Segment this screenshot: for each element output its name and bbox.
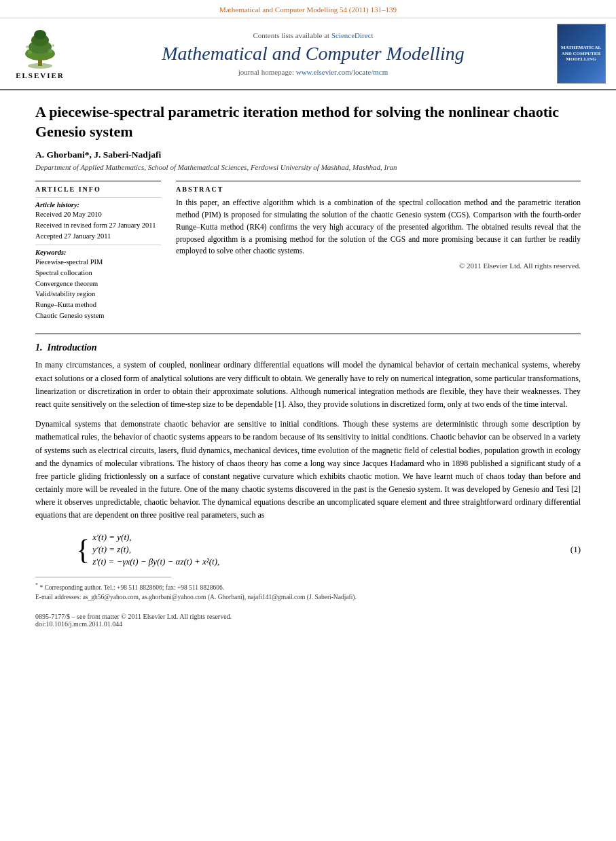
journal-main-title: Mathematical and Computer Modelling — [162, 42, 465, 65]
intro-section-number: 1. — [35, 342, 43, 353]
paper-title: A piecewise-spectral parametric iteratio… — [35, 103, 581, 141]
keyword-item: Chaotic Genesio system — [35, 311, 161, 321]
section-divider — [35, 334, 581, 334]
abstract-heading: ABSTRACT — [176, 185, 581, 193]
footnote-divider — [35, 577, 171, 577]
keywords-section: Keywords: Piecewise-spectral PIMSpectral… — [35, 245, 161, 321]
keyword-item: Spectral collocation — [35, 268, 161, 279]
svg-point-1 — [28, 63, 52, 69]
revised-date: Received in revised form 27 January 2011 — [35, 221, 161, 231]
eq-line-2: y′(t) = z(t), — [92, 544, 219, 555]
svg-point-7 — [48, 49, 52, 53]
journal-citation-link[interactable]: Mathematical and Computer Modelling 54 (… — [219, 5, 397, 14]
footnote-star-text: * * Corresponding author. Tel.: +98 511 … — [35, 581, 581, 592]
footer-license: 0895-7177/$ – see front matter © 2011 El… — [35, 613, 581, 620]
intro-heading: 1. Introduction — [35, 342, 581, 353]
article-history-section: Article history: Received 20 May 2010 Re… — [35, 197, 161, 241]
article-info-heading: ARTICLE INFO — [35, 185, 161, 193]
abstract-column: ABSTRACT In this paper, an effective alg… — [176, 181, 581, 324]
footnote-email-text: E-mail addresses: as_gh56@yahoo.com, as.… — [35, 592, 581, 602]
received-date: Received 20 May 2010 — [35, 210, 161, 220]
eq-line-1: x′(t) = y(t), — [92, 532, 219, 543]
abstract-text: In this paper, an effective algorithm wh… — [176, 197, 581, 257]
equation-1-block: { x′(t) = y(t), y′(t) = z(t), z′(t) = −γ… — [76, 532, 581, 567]
journal-title-block: Contents lists available at ScienceDirec… — [80, 24, 546, 84]
footnote-corresponding-author: * Corresponding author. Tel.: +98 511 88… — [39, 584, 224, 591]
intro-paragraph-2: Dynamical systems that demonstrate chaot… — [35, 418, 581, 522]
elsevier-wordmark: ELSEVIER — [16, 71, 65, 79]
keyword-item: Valid/stability region — [35, 289, 161, 300]
authors: A. Ghorbani*, J. Saberi-Nadjafi — [35, 149, 581, 160]
equation-lines: x′(t) = y(t), y′(t) = z(t), z′(t) = −γx(… — [92, 532, 219, 567]
cover-box: MATHEMATICALAND COMPUTERMODELLING — [557, 24, 606, 84]
journal-top-bar: Mathematical and Computer Modelling 54 (… — [0, 0, 616, 18]
article-info-abstract-section: ARTICLE INFO Article history: Received 2… — [35, 181, 581, 324]
svg-point-8 — [26, 46, 29, 48]
journal-cover-image: MATHEMATICALAND COMPUTERMODELLING — [556, 24, 606, 84]
keyword-item: Piecewise-spectral PIM — [35, 257, 161, 268]
elsevier-tree-icon — [16, 28, 64, 70]
footer-doi: doi:10.1016/j.mcm.2011.01.044 — [35, 620, 581, 628]
intro-paragraph-1: In many circumstances, a system of coupl… — [35, 359, 581, 411]
svg-point-6 — [28, 50, 32, 54]
eq-line-3: z′(t) = −γx(t) − βy(t) − αz(t) + x²(t), — [92, 556, 219, 567]
accepted-date: Accepted 27 January 2011 — [35, 232, 161, 242]
footnote-star-symbol: * — [35, 582, 38, 588]
left-brace-icon: { — [76, 535, 90, 564]
footer-section: 0895-7177/$ – see front matter © 2011 El… — [35, 613, 581, 628]
affiliation: Department of Applied Mathematics, Schoo… — [35, 163, 581, 171]
copyright-notice: © 2011 Elsevier Ltd. All rights reserved… — [176, 262, 581, 270]
article-history-label: Article history: — [35, 201, 161, 209]
keyword-item: Runge–Kutta method — [35, 300, 161, 310]
equation-1-system: { x′(t) = y(t), y′(t) = z(t), z′(t) = −γ… — [76, 532, 219, 567]
elsevier-header: ELSEVIER Contents lists available at Sci… — [0, 18, 616, 90]
equation-number-1: (1) — [570, 544, 581, 555]
elsevier-logo: ELSEVIER — [10, 24, 71, 84]
cover-box-title: MATHEMATICALAND COMPUTERMODELLING — [561, 45, 601, 62]
contents-available-line: Contents lists available at ScienceDirec… — [253, 31, 373, 39]
svg-point-9 — [52, 44, 54, 47]
keywords-list: Piecewise-spectral PIMSpectral collocati… — [35, 257, 161, 321]
svg-point-5 — [34, 30, 46, 39]
keyword-item: Convergence theorem — [35, 279, 161, 289]
intro-section-title: Introduction — [48, 342, 97, 353]
journal-homepage-line: journal homepage: www.elsevier.com/locat… — [238, 68, 388, 76]
keywords-label: Keywords: — [35, 249, 161, 256]
paper-body: A piecewise-spectral parametric iteratio… — [0, 90, 616, 640]
article-info-column: ARTICLE INFO Article history: Received 2… — [35, 181, 161, 324]
